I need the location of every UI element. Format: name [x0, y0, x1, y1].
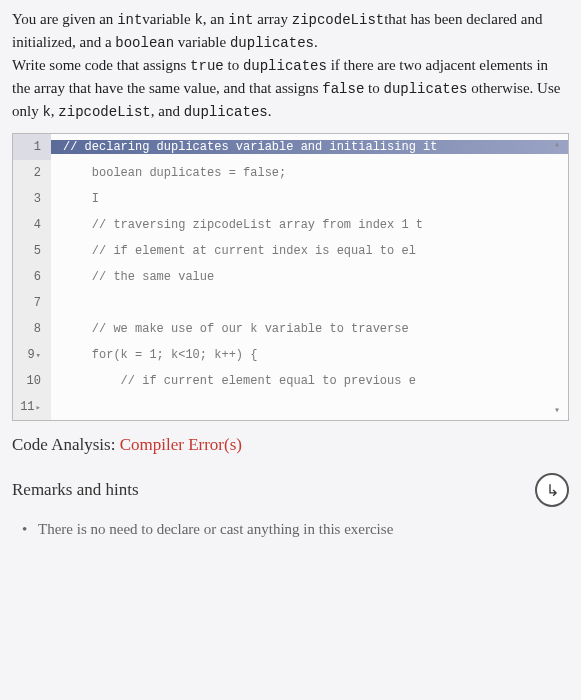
code-text[interactable]: // if current element equal to previous …	[51, 374, 568, 388]
code-text[interactable]: boolean duplicates = false;	[51, 166, 568, 180]
compiler-error-label: Compiler Error(s)	[120, 435, 242, 454]
code-line[interactable]: 3 I	[13, 186, 568, 212]
text: , an	[203, 11, 228, 27]
code-token: false	[322, 81, 364, 97]
code-token: int	[117, 12, 142, 28]
code-line[interactable]: 11▸	[13, 394, 568, 420]
line-number: 8	[13, 316, 51, 342]
code-text[interactable]: I	[51, 192, 568, 206]
code-line[interactable]: 4 // traversing zipcodeList array from i…	[13, 212, 568, 238]
code-editor[interactable]: ▴ 1// declaring duplicates variable and …	[12, 133, 569, 421]
text: to	[364, 80, 383, 96]
code-line[interactable]: 2 boolean duplicates = false;	[13, 160, 568, 186]
code-text[interactable]: // declaring duplicates variable and ini…	[51, 140, 568, 154]
remarks-heading: Remarks and hints	[12, 480, 139, 500]
text: Write some code that assigns	[12, 57, 190, 73]
code-text[interactable]: // we make use of our k variable to trav…	[51, 322, 568, 336]
scroll-down-icon[interactable]: ▾	[554, 404, 564, 416]
code-analysis-heading: Code Analysis: Compiler Error(s)	[12, 435, 569, 455]
text: .	[268, 103, 272, 119]
text: to	[224, 57, 243, 73]
line-number: 9▾	[13, 342, 51, 368]
hint-item: There is no need to declare or cast anyt…	[38, 521, 569, 538]
problem-statement: You are given an intvariable k, an int a…	[12, 8, 569, 123]
code-text[interactable]: for(k = 1; k<10; k++) {	[51, 348, 568, 362]
code-line[interactable]: 6 // the same value	[13, 264, 568, 290]
code-text[interactable]: // if element at current index is equal …	[51, 244, 568, 258]
code-line[interactable]: 8 // we make use of our k variable to tr…	[13, 316, 568, 342]
code-token: duplicates	[184, 104, 268, 120]
text: You are given an	[12, 11, 117, 27]
line-number: 1	[13, 134, 51, 160]
line-number: 10	[13, 368, 51, 394]
code-token: duplicates	[384, 81, 468, 97]
text: variable	[142, 11, 194, 27]
code-text[interactable]: // the same value	[51, 270, 568, 284]
code-token: k	[194, 12, 202, 28]
text: .	[314, 34, 318, 50]
analysis-label: Code Analysis:	[12, 435, 120, 454]
line-number: 5	[13, 238, 51, 264]
fold-icon[interactable]: ▸	[36, 402, 41, 413]
code-line[interactable]: 10 // if current element equal to previo…	[13, 368, 568, 394]
code-token: true	[190, 58, 224, 74]
text: variable	[174, 34, 230, 50]
line-number: 4	[13, 212, 51, 238]
code-line[interactable]: 7	[13, 290, 568, 316]
toggle-remarks-button[interactable]: ↳	[535, 473, 569, 507]
arrow-icon: ↳	[546, 481, 559, 500]
code-token: duplicates	[243, 58, 327, 74]
scroll-up-icon[interactable]: ▴	[554, 138, 564, 150]
line-number: 3	[13, 186, 51, 212]
code-token: boolean	[115, 35, 174, 51]
text: array	[253, 11, 291, 27]
code-text[interactable]: // traversing zipcodeList array from ind…	[51, 218, 568, 232]
code-token: zipcodeList	[58, 104, 150, 120]
code-line[interactable]: 1// declaring duplicates variable and in…	[13, 134, 568, 160]
line-number: 6	[13, 264, 51, 290]
text: , and	[151, 103, 184, 119]
code-token: int	[228, 12, 253, 28]
line-number: 11▸	[13, 394, 51, 420]
line-number: 7	[13, 290, 51, 316]
code-token: duplicates	[230, 35, 314, 51]
line-number: 2	[13, 160, 51, 186]
fold-icon[interactable]: ▾	[36, 350, 41, 361]
code-line[interactable]: 9▾ for(k = 1; k<10; k++) {	[13, 342, 568, 368]
code-line[interactable]: 5 // if element at current index is equa…	[13, 238, 568, 264]
code-token: zipcodeList	[292, 12, 384, 28]
code-token: k	[42, 104, 50, 120]
